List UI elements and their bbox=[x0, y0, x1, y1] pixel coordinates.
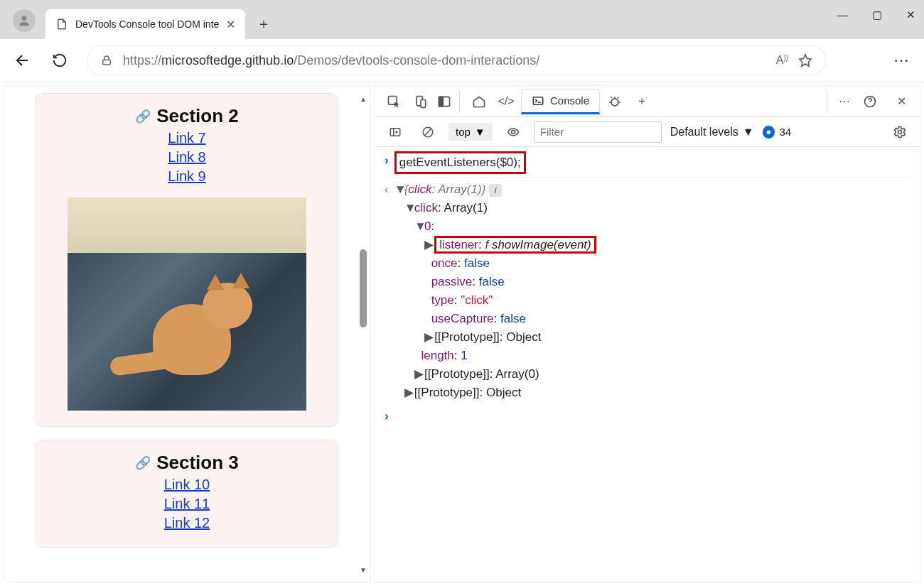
browser-tab[interactable]: DevTools Console tool DOM inte ✕ bbox=[45, 9, 245, 39]
page-icon bbox=[55, 18, 68, 31]
svg-point-13 bbox=[511, 130, 515, 134]
section-card: 🔗Section 3 Link 10 Link 11 Link 12 bbox=[36, 440, 338, 548]
section-card: 🔗Section 2 Link 7 Link 8 Link 9 bbox=[36, 93, 338, 427]
console-input-row: › getEventListeners($0); bbox=[385, 151, 910, 174]
page-link[interactable]: Link 12 bbox=[50, 515, 323, 531]
page-link[interactable]: Link 7 bbox=[50, 130, 323, 146]
title-bar: DevTools Console tool DOM inte ✕ ＋ — ▢ ✕ bbox=[0, 0, 924, 39]
console-result-row: ‹ ▼{click: Array(1)} i ▼click: Array(1) … bbox=[385, 177, 910, 402]
page-viewport: 🔗Section 2 Link 7 Link 8 Link 9 🔗Section… bbox=[3, 85, 371, 583]
console-toolbar: top▼ Default levels▼ ● 34 bbox=[375, 117, 920, 147]
tab-title: DevTools Console tool DOM inte bbox=[75, 18, 219, 30]
lock-icon bbox=[100, 54, 113, 67]
svg-rect-7 bbox=[533, 97, 543, 104]
console-tab-label: Console bbox=[550, 94, 589, 107]
anchor-icon: 🔗 bbox=[135, 109, 151, 124]
section-heading: 🔗Section 3 bbox=[50, 452, 323, 474]
scroll-thumb[interactable] bbox=[360, 249, 367, 327]
elements-tab-icon[interactable]: </> bbox=[494, 89, 518, 114]
result-icon: ‹ bbox=[385, 180, 389, 199]
svg-rect-10 bbox=[390, 128, 400, 136]
close-window-button[interactable]: ✕ bbox=[906, 9, 915, 21]
issues-badge[interactable]: ● 34 bbox=[763, 126, 792, 139]
svg-rect-4 bbox=[421, 99, 426, 107]
svg-rect-6 bbox=[439, 97, 443, 106]
section-heading: 🔗Section 2 bbox=[50, 105, 323, 127]
back-button[interactable] bbox=[13, 52, 33, 69]
chevron-down-icon: ▼ bbox=[475, 126, 485, 138]
highlighted-input: getEventListeners($0); bbox=[394, 151, 526, 174]
anchor-icon: 🔗 bbox=[135, 455, 151, 471]
page-link[interactable]: Link 8 bbox=[50, 149, 323, 166]
svg-rect-1 bbox=[103, 60, 111, 65]
console-settings-icon[interactable] bbox=[888, 120, 912, 144]
inspect-element-icon[interactable] bbox=[382, 89, 406, 114]
svg-point-14 bbox=[898, 130, 902, 134]
device-emulation-icon[interactable] bbox=[409, 89, 433, 114]
devtools-more-icon[interactable]: ⋯ bbox=[827, 89, 851, 114]
console-prompt[interactable]: › bbox=[385, 409, 910, 423]
refresh-button[interactable] bbox=[50, 53, 70, 68]
maximize-button[interactable]: ▢ bbox=[872, 9, 882, 21]
minimize-button[interactable]: — bbox=[837, 9, 848, 21]
content-area: 🔗Section 2 Link 7 Link 8 Link 9 🔗Section… bbox=[0, 82, 924, 586]
devtools-pane: </> Console ＋ ⋯ ✕ top▼ Default levels▼ ●… bbox=[374, 85, 921, 583]
page-link[interactable]: Link 11 bbox=[50, 496, 323, 512]
new-tab-button[interactable]: ＋ bbox=[249, 9, 278, 38]
section-image[interactable] bbox=[68, 197, 306, 411]
issues-tab-icon[interactable] bbox=[603, 89, 627, 114]
live-expression-icon[interactable] bbox=[501, 120, 525, 144]
menu-button[interactable]: ⋯ bbox=[891, 51, 911, 70]
close-devtools-icon[interactable]: ✕ bbox=[889, 89, 913, 114]
help-icon[interactable] bbox=[858, 89, 882, 114]
log-levels-selector[interactable]: Default levels▼ bbox=[670, 126, 754, 139]
page-link[interactable]: Link 9 bbox=[50, 168, 323, 185]
profile-avatar[interactable] bbox=[13, 9, 36, 32]
console-tab[interactable]: Console bbox=[521, 89, 600, 114]
chevron-down-icon: ▼ bbox=[743, 126, 754, 139]
close-tab-icon[interactable]: ✕ bbox=[226, 18, 235, 31]
window-controls: — ▢ ✕ bbox=[837, 9, 915, 21]
scroll-down-icon[interactable]: ▼ bbox=[358, 564, 369, 575]
info-icon[interactable]: i bbox=[489, 184, 502, 197]
dock-side-icon[interactable] bbox=[436, 89, 460, 114]
console-icon bbox=[532, 94, 544, 107]
toggle-sidebar-icon[interactable] bbox=[383, 120, 407, 144]
nav-bar: https://microsoftedge.github.io/Demos/de… bbox=[0, 39, 924, 82]
page-link[interactable]: Link 10 bbox=[50, 477, 323, 493]
context-selector[interactable]: top▼ bbox=[448, 123, 493, 141]
clear-console-icon[interactable] bbox=[416, 120, 440, 144]
address-bar[interactable]: https://microsoftedge.github.io/Demos/de… bbox=[87, 45, 826, 75]
issues-icon: ● bbox=[763, 126, 775, 139]
url-text: https://microsoftedge.github.io/Demos/de… bbox=[123, 53, 766, 68]
svg-point-8 bbox=[611, 98, 618, 105]
scroll-up-icon[interactable]: ▲ bbox=[358, 93, 369, 104]
read-aloud-icon[interactable]: A)) bbox=[776, 54, 788, 67]
result-tree[interactable]: ▼{click: Array(1)} i ▼click: Array(1) ▼0… bbox=[394, 180, 596, 402]
welcome-tab-icon[interactable] bbox=[467, 89, 491, 114]
prompt-icon: › bbox=[385, 151, 389, 170]
svg-line-12 bbox=[425, 129, 431, 135]
page-scrollbar[interactable]: ▲ ▼ bbox=[358, 93, 369, 575]
filter-input[interactable] bbox=[534, 121, 662, 143]
more-tabs-icon[interactable]: ＋ bbox=[630, 89, 654, 114]
devtools-tab-bar: </> Console ＋ ⋯ ✕ bbox=[375, 86, 920, 117]
console-output[interactable]: › getEventListeners($0); ‹ ▼{click: Arra… bbox=[375, 147, 920, 582]
svg-point-0 bbox=[22, 16, 27, 21]
favorite-icon[interactable] bbox=[798, 53, 812, 67]
